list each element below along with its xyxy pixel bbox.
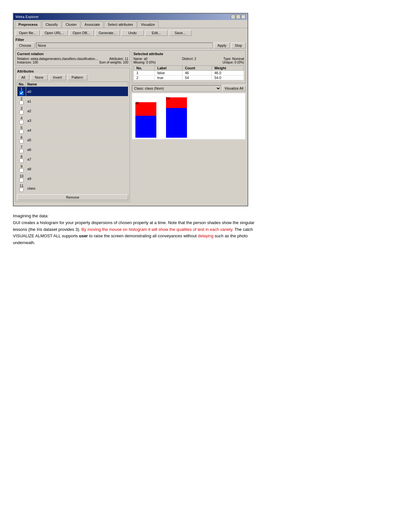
stat-name-missing: Name: a0 Missing: 0 (0%) bbox=[133, 57, 156, 64]
all-button[interactable]: All bbox=[17, 74, 29, 80]
row-name: a6 bbox=[26, 145, 128, 154]
close-button[interactable]: ✕ bbox=[241, 15, 246, 19]
th-label: Label bbox=[155, 66, 182, 71]
th-weight: Weight bbox=[211, 66, 244, 71]
open-url-button[interactable]: Open URL... bbox=[41, 30, 68, 36]
row-no: 5 bbox=[17, 125, 26, 135]
pattern-button[interactable]: Pattern bbox=[67, 74, 87, 80]
table-row[interactable]: 7 a6 bbox=[17, 145, 128, 154]
maximize-button[interactable]: □ bbox=[236, 15, 240, 19]
attr-unique: Unique: 0 (0%) bbox=[222, 61, 244, 64]
remove-button[interactable]: Remove bbox=[17, 194, 128, 200]
title-bar-buttons: _ □ ✕ bbox=[231, 15, 246, 19]
row-checkbox[interactable] bbox=[19, 178, 24, 182]
description-intro: Imagining the data: bbox=[13, 213, 258, 220]
row-no: 9 bbox=[17, 164, 26, 174]
row-name: a0 bbox=[26, 87, 128, 96]
invert-button[interactable]: Invert bbox=[49, 74, 66, 80]
table-row[interactable]: 11 class bbox=[17, 183, 128, 193]
row-name: a4 bbox=[26, 125, 128, 135]
row-checkbox[interactable] bbox=[19, 110, 24, 114]
tab-classify[interactable]: Classify bbox=[42, 21, 62, 28]
table-row[interactable]: 6 a5 bbox=[17, 135, 128, 145]
save-button[interactable]: Save... bbox=[169, 30, 191, 36]
row-checkbox[interactable] bbox=[19, 139, 24, 143]
tab-select-attributes[interactable]: Select attributes bbox=[104, 21, 137, 28]
bar-group-false: 46 bbox=[135, 102, 156, 138]
tab-visualize[interactable]: Visualize bbox=[137, 21, 159, 28]
th-no: No. bbox=[134, 66, 155, 71]
generate-button[interactable]: Generate... bbox=[95, 30, 120, 36]
row-checkbox[interactable] bbox=[19, 91, 24, 95]
table-row[interactable]: 8 a7 bbox=[17, 154, 128, 164]
right-panel: Selected attribute Name: a0 Missing: 0 (… bbox=[132, 50, 246, 204]
row-name: a7 bbox=[26, 154, 128, 164]
bar-false-blue bbox=[135, 116, 156, 138]
row-checkbox[interactable] bbox=[19, 168, 24, 172]
row-name: a2 bbox=[26, 106, 128, 116]
tab-preprocess[interactable]: Preprocess bbox=[15, 21, 41, 28]
open-file-button[interactable]: Open file... bbox=[15, 30, 40, 36]
attr-name: Name: a0 bbox=[133, 57, 156, 61]
row-no: 1 bbox=[17, 87, 26, 96]
relation-stats: Attributes: 11 Sum of weights: 100 bbox=[99, 57, 128, 64]
row-checkbox[interactable] bbox=[19, 159, 24, 163]
row-no: 4 bbox=[17, 116, 26, 125]
table-row[interactable]: 1 a0 bbox=[17, 87, 128, 96]
table-row[interactable]: 10 a9 bbox=[17, 174, 128, 183]
table-row[interactable]: 5 a4 bbox=[17, 125, 128, 135]
minimize-button[interactable]: _ bbox=[231, 15, 235, 19]
table-row[interactable]: 9 a8 bbox=[17, 164, 128, 174]
histogram-area: 46 54 bbox=[132, 93, 246, 140]
edit-button[interactable]: Edit... bbox=[145, 30, 168, 36]
label-count-table: No. Label Count Weight 1 false 46 bbox=[133, 65, 244, 80]
table-row[interactable]: 2 a1 bbox=[17, 96, 128, 106]
stat-type-unique: Type: Nominal Unique: 0 (0%) bbox=[222, 57, 244, 64]
left-panel: Current relation Relation: weka.datagene… bbox=[15, 50, 130, 204]
row-checkbox[interactable] bbox=[19, 149, 24, 153]
current-relation-title: Current relation bbox=[17, 52, 128, 56]
row-no: 2 bbox=[17, 96, 26, 106]
main-panels: Current relation Relation: weka.datagene… bbox=[15, 50, 246, 204]
menu-tabs: Preprocess Classify Cluster Associate Se… bbox=[14, 20, 248, 28]
undo-button[interactable]: Undo bbox=[121, 30, 144, 36]
row-checkbox[interactable] bbox=[19, 101, 24, 105]
desc-text3: to raise the screen demonstrating all co… bbox=[88, 233, 198, 238]
row2-no: 2 bbox=[134, 75, 155, 80]
row-checkbox[interactable] bbox=[19, 130, 24, 134]
stop-button[interactable]: Stop bbox=[231, 43, 246, 48]
filter-row: Choose None Apply Stop bbox=[15, 43, 246, 48]
bar-false bbox=[135, 102, 156, 138]
none-button[interactable]: None bbox=[31, 74, 47, 80]
class-select[interactable]: Class: class (Nom) bbox=[132, 85, 221, 92]
table-row: 1 false 46 46.0 bbox=[134, 71, 244, 75]
table-row: 2 true 54 54.0 bbox=[134, 75, 244, 80]
attr-stats: Name: a0 Missing: 0 (0%) Distinct: 2 Typ… bbox=[133, 57, 244, 64]
open-db-button[interactable]: Open DB... bbox=[69, 30, 93, 36]
current-relation-box: Current relation Relation: weka.datagene… bbox=[15, 50, 130, 66]
row-checkbox[interactable] bbox=[19, 188, 24, 192]
selected-attribute-box: Selected attribute Name: a0 Missing: 0 (… bbox=[132, 50, 246, 83]
attr-missing: Missing: 0 (0%) bbox=[133, 61, 156, 64]
row-no: 8 bbox=[17, 154, 26, 164]
desc-bold: user bbox=[79, 233, 88, 238]
table-row[interactable]: 3 a2 bbox=[17, 106, 128, 116]
attributes-title: Attributes bbox=[17, 69, 128, 73]
row-checkbox[interactable] bbox=[19, 120, 24, 124]
selected-attr-title: Selected attribute bbox=[133, 52, 244, 56]
bar-true bbox=[166, 97, 187, 138]
row-name: a1 bbox=[26, 96, 128, 106]
tab-cluster[interactable]: Cluster bbox=[62, 21, 80, 28]
row-no: 6 bbox=[17, 135, 26, 145]
visualize-all-button[interactable]: Visualize All bbox=[222, 85, 246, 91]
choose-button[interactable]: Choose bbox=[15, 43, 35, 48]
title-bar: Weka Explorer _ □ ✕ bbox=[14, 14, 248, 20]
tab-associate[interactable]: Associate bbox=[81, 21, 103, 28]
apply-button[interactable]: Apply bbox=[214, 43, 230, 48]
class-row: Class: class (Nom) Visualize All bbox=[132, 85, 246, 92]
col-no: No. bbox=[17, 82, 26, 87]
row1-count: 46 bbox=[182, 71, 211, 75]
row1-weight: 46.0 bbox=[211, 71, 244, 75]
table-row[interactable]: 4 a3 bbox=[17, 116, 128, 125]
toolbar: Open file... Open URL... Open DB... Gene… bbox=[15, 30, 246, 36]
